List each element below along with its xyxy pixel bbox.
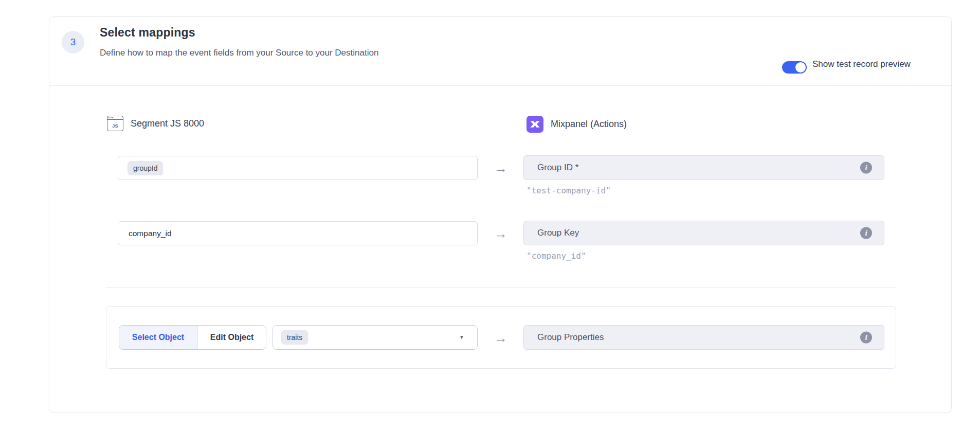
destination-field-label: Group ID * — [537, 163, 578, 173]
object-mode-button-group: Select Object Edit Object — [119, 325, 266, 350]
info-icon[interactable]: i — [860, 227, 872, 239]
toggle-knob — [795, 62, 806, 73]
destination-field: Group Properties i — [523, 325, 884, 350]
browser-js-icon: JS — [107, 116, 123, 131]
destination-header: Mixpanel (Actions) — [527, 116, 627, 133]
mapping-arrow-icon: → — [489, 226, 512, 241]
source-field-input[interactable]: groupId — [118, 156, 478, 180]
header-divider — [49, 85, 951, 86]
page: 3 Select mappings Define how to map the … — [0, 0, 980, 430]
object-source-dropdown[interactable]: traits ▼ — [273, 325, 478, 350]
chevron-down-icon: ▼ — [459, 334, 464, 340]
source-field-value: company_id — [128, 229, 172, 238]
source-field-input[interactable]: company_id — [118, 221, 478, 245]
mapping-arrow-icon: → — [489, 331, 512, 345]
section-divider — [106, 287, 896, 288]
test-record-preview-value: "company_id" — [527, 251, 586, 261]
destination-field: Group Key i — [523, 221, 884, 245]
destination-field: Group ID * i — [523, 155, 884, 180]
source-field-token[interactable]: groupId — [128, 161, 163, 175]
info-icon[interactable]: i — [860, 162, 872, 174]
show-test-record-toggle-label: Show test record preview — [812, 59, 911, 69]
page-subtitle: Define how to map the event fields from … — [100, 48, 378, 58]
source-name: Segment JS 8000 — [131, 118, 204, 129]
destination-name: Mixpanel (Actions) — [551, 119, 627, 130]
show-test-record-toggle[interactable] — [782, 61, 807, 74]
mapping-arrow-icon: → — [489, 161, 512, 175]
step-number-badge: 3 — [62, 31, 84, 53]
select-mappings-card: 3 Select mappings Define how to map the … — [49, 16, 952, 413]
destination-field-label: Group Properties — [537, 332, 604, 343]
page-title: Select mappings — [100, 26, 195, 40]
info-icon[interactable]: i — [860, 332, 872, 344]
mixpanel-icon — [527, 116, 543, 133]
edit-object-button[interactable]: Edit Object — [197, 326, 266, 349]
destination-field-label: Group Key — [537, 228, 579, 238]
object-source-token: traits — [281, 330, 308, 345]
source-header: JS Segment JS 8000 — [107, 116, 204, 131]
test-record-preview-value: "test-company-id" — [527, 186, 611, 195]
select-object-button[interactable]: Select Object — [119, 326, 197, 349]
